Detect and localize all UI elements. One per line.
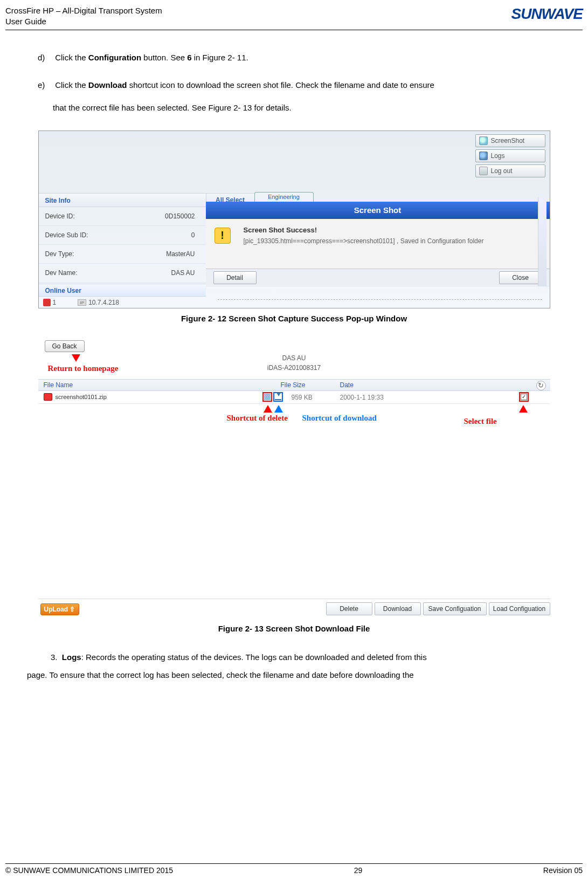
file-date: 2000-1-1 19:33 xyxy=(340,394,384,401)
item-3: 3. Logs: Records the operating status of… xyxy=(65,648,561,666)
row-device-sub: Device Sub ID:0 xyxy=(39,226,206,245)
dialog-title: Screen Shot xyxy=(206,202,550,219)
doc-title: CrossFire HP – All-Digital Transport Sys… xyxy=(5,5,162,26)
marker-d: d) xyxy=(38,52,53,64)
engineering-tab[interactable]: Engineering xyxy=(254,192,314,202)
step-e-line2: that the correct file has been selected.… xyxy=(53,102,572,114)
footer-left: © SUNWAVE COMMUNICATIONS LIMITED 2015 xyxy=(5,866,173,875)
screenshot-button[interactable]: ScreenShot xyxy=(475,134,545,147)
step-d-mid: button. See xyxy=(141,53,187,62)
dialog-button-bar: Detail Close xyxy=(206,269,550,287)
camera-icon xyxy=(479,136,488,145)
page-header: CrossFire HP – All-Digital Transport Sys… xyxy=(5,5,583,30)
figure-2-12: ScreenShot Logs Log out Site Info Device… xyxy=(38,131,550,308)
row-dev-type: Dev Type:MasterAU xyxy=(39,245,206,264)
dev-type-label: Dev Type: xyxy=(39,250,120,258)
row-device-id: Device ID:0D150002 xyxy=(39,207,206,226)
online-user-header[interactable]: Online User xyxy=(39,284,206,297)
screenshot-label: ScreenShot xyxy=(491,137,525,145)
logs-label: Logs xyxy=(491,152,505,160)
logout-icon xyxy=(479,167,488,175)
right-edge-strip xyxy=(538,197,547,286)
arrow-select-icon xyxy=(519,405,528,413)
figure-2-13-caption: Figure 2- 13 Screen Shot Download File xyxy=(16,624,572,633)
device-id-value: 0D150002 xyxy=(120,212,206,220)
logout-button[interactable]: Log out xyxy=(475,164,545,177)
site-info-table: Device ID:0D150002 Device Sub ID:0 Dev T… xyxy=(39,207,206,283)
figure-2-13: Go Back Return to homepage DAS AU iDAS-A… xyxy=(38,338,550,619)
warning-icon: ! xyxy=(215,228,231,244)
dev-name-label: Dev Name: xyxy=(39,269,120,277)
marker-e: e) xyxy=(38,79,53,92)
doc-title-line1: CrossFire HP – All-Digital Transport Sys… xyxy=(5,5,162,16)
item-3-line2: page. To ensure that the correct log has… xyxy=(27,666,561,684)
dialog-success-text: Screen Shot Success! xyxy=(244,226,317,234)
online-user-row: 1 IP 10.7.4.218 xyxy=(39,297,206,308)
device-sub-label: Device Sub ID: xyxy=(39,231,120,239)
checkbox-icon: ✓ xyxy=(521,394,527,400)
file-size: 959 KB xyxy=(292,394,313,401)
arrow-download-icon xyxy=(274,405,283,413)
detail-button[interactable]: Detail xyxy=(213,271,257,284)
page-footer: © SUNWAVE COMMUNICATIONS LIMITED 2015 29… xyxy=(5,863,583,875)
row-dev-name: Dev Name:DAS AU xyxy=(39,264,206,283)
go-back-button[interactable]: Go Back xyxy=(45,340,85,352)
col-date[interactable]: Date xyxy=(340,381,354,389)
toolbar-divider xyxy=(38,599,550,599)
item-3-line1: : Records the operating status of the de… xyxy=(81,653,427,662)
zip-icon xyxy=(44,393,52,401)
file-name: screenshot0101.zip xyxy=(56,394,107,400)
step-e-post1: shortcut icon to download the screen sho… xyxy=(127,80,434,90)
item-3-bold: Logs xyxy=(62,653,81,662)
logo-icon: SUNWAVE xyxy=(511,5,583,23)
file-row[interactable]: screenshot0101.zip 959 KB 2000-1-1 19:33… xyxy=(38,391,550,404)
dev-type-value: MasterAU xyxy=(120,250,206,258)
trash-icon xyxy=(264,394,271,400)
file-table-header: File Name File Size Date ↻ xyxy=(38,379,550,391)
globe-icon xyxy=(479,152,488,160)
download-button[interactable]: Download xyxy=(375,602,421,615)
f2-title: DAS AU xyxy=(38,354,550,362)
step-d-post: in Figure 2- 11. xyxy=(192,53,248,62)
ip-value: 10.7.4.218 xyxy=(88,299,119,306)
user-count: 1 xyxy=(53,299,57,306)
device-sub-value: 0 xyxy=(120,231,206,239)
delete-shortcut[interactable] xyxy=(262,392,272,402)
download-icon xyxy=(275,394,281,400)
f2-subtitle: iDAS-A201008317 xyxy=(38,364,550,372)
step-d-pre: Click the xyxy=(55,53,88,62)
figure-2-12-caption: Figure 2- 12 Screen Shot Capture Success… xyxy=(16,314,572,323)
device-id-label: Device ID: xyxy=(39,212,120,220)
step-e-bold: Download xyxy=(88,80,127,90)
refresh-icon: ↻ xyxy=(538,381,544,389)
footer-right: Revision 05 xyxy=(543,866,583,875)
load-config-button[interactable]: Load Configuation xyxy=(489,602,550,615)
refresh-button[interactable]: ↻ xyxy=(536,381,546,390)
logs-button[interactable]: Logs xyxy=(475,149,545,162)
step-d-bold2: 6 xyxy=(187,53,191,62)
col-filename[interactable]: File Name xyxy=(44,381,73,389)
ip-icon: IP xyxy=(78,299,86,306)
user-icon xyxy=(43,299,51,306)
site-info-header[interactable]: Site Info xyxy=(39,193,206,207)
col-filesize[interactable]: File Size xyxy=(281,381,306,389)
annotation-select: Select file xyxy=(464,417,497,426)
close-button[interactable]: Close xyxy=(499,271,542,284)
annotation-download: Shortcut of download xyxy=(302,414,377,423)
arrow-delete-icon xyxy=(264,405,272,413)
footer-page-number: 29 xyxy=(354,866,363,875)
axis-dash xyxy=(218,299,542,300)
doc-title-line2: User Guide xyxy=(5,16,162,27)
logout-label: Log out xyxy=(491,167,513,175)
item-3-num: 3. xyxy=(51,653,58,662)
step-d: d) Click the Configuration button. See 6… xyxy=(38,52,572,64)
upload-button[interactable]: UpLoad ⇧ xyxy=(40,603,79,615)
step-e: e) Click the Download shortcut icon to d… xyxy=(38,79,572,92)
annotation-delete: Shortcut of delete xyxy=(227,414,288,423)
download-shortcut[interactable] xyxy=(273,392,283,402)
dev-name-value: DAS AU xyxy=(120,269,206,277)
select-file-box[interactable]: ✓ xyxy=(519,392,529,402)
save-config-button[interactable]: Save Configuation xyxy=(423,602,487,615)
delete-button[interactable]: Delete xyxy=(326,602,372,615)
step-e-pre: Click the xyxy=(55,80,88,90)
